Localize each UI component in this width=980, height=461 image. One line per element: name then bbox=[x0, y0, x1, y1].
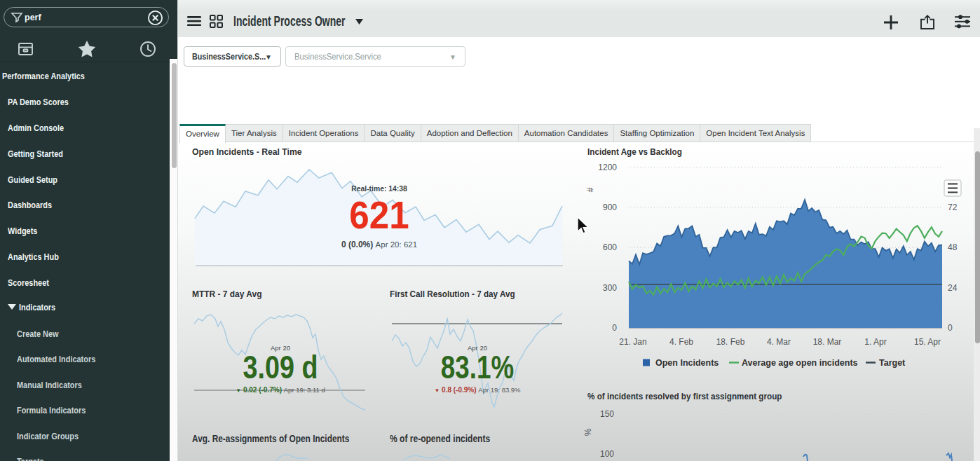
svg-text:%: % bbox=[583, 428, 593, 436]
svg-text:Target: Target bbox=[879, 358, 906, 368]
svg-text:21. Jan: 21. Jan bbox=[619, 337, 646, 347]
svg-text:18. Feb: 18. Feb bbox=[716, 337, 745, 347]
svg-text:48: 48 bbox=[948, 242, 958, 252]
svg-text:Open Incidents: Open Incidents bbox=[655, 358, 719, 368]
svg-text:18. Mar: 18. Mar bbox=[813, 337, 842, 347]
svg-text:24: 24 bbox=[948, 283, 958, 293]
svg-text:150: 150 bbox=[600, 409, 614, 419]
svg-text:0: 0 bbox=[948, 323, 953, 333]
svg-text:72: 72 bbox=[948, 202, 958, 212]
svg-text:4. Mar: 4. Mar bbox=[767, 337, 791, 347]
svg-text:100: 100 bbox=[600, 449, 614, 459]
svg-text:4. Feb: 4. Feb bbox=[669, 337, 693, 347]
svg-text:300: 300 bbox=[603, 283, 617, 293]
svg-text:#: # bbox=[585, 187, 595, 192]
svg-text:600: 600 bbox=[603, 242, 617, 252]
svg-text:15. Apr: 15. Apr bbox=[914, 337, 941, 347]
svg-text:% of incidents resolved by fir: % of incidents resolved by first assignm… bbox=[587, 391, 782, 401]
svg-text:1200: 1200 bbox=[598, 163, 617, 172]
svg-text:0: 0 bbox=[612, 323, 617, 333]
svg-text:1. Apr: 1. Apr bbox=[864, 337, 886, 347]
svg-text:Average age open incidents: Average age open incidents bbox=[742, 358, 858, 368]
svg-text:900: 900 bbox=[603, 202, 617, 212]
